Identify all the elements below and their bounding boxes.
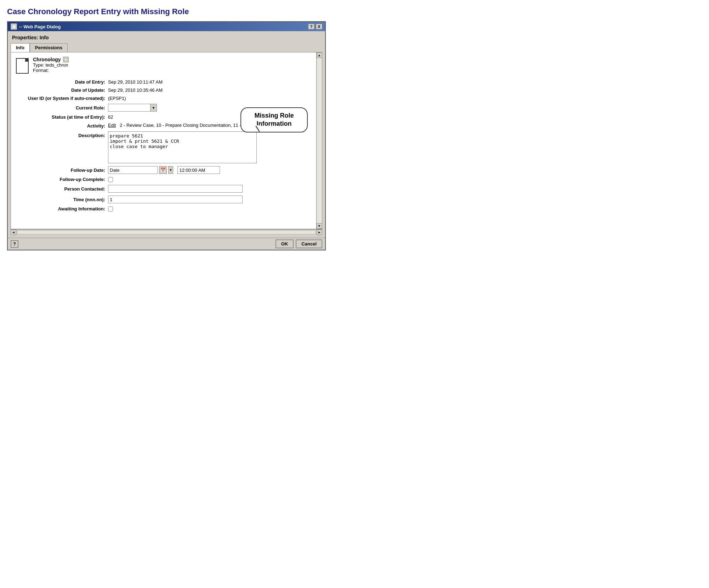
current-role-label: Current Role: bbox=[16, 105, 108, 111]
tab-content: ▲ ▼ Missing Role Information Chronology … bbox=[11, 52, 322, 229]
doc-type: Type: teds_chron bbox=[33, 62, 69, 68]
close-btn[interactable]: X bbox=[316, 24, 322, 29]
description-row: Description: prepare 5621 import & print… bbox=[16, 131, 310, 163]
followup-date-label: Follow-up Date: bbox=[16, 168, 108, 173]
date-of-entry-row: Date of Entry: Sep 29, 2010 10:11:47 AM bbox=[16, 79, 310, 85]
followup-date-row: Follow-up Date: 📅 ▼ bbox=[16, 166, 310, 174]
awaiting-info-row: Awaiting Information: bbox=[16, 206, 310, 211]
h-scroll-left-btn[interactable]: ◄ bbox=[11, 230, 16, 235]
missing-role-callout: Missing Role Information bbox=[240, 107, 308, 132]
user-id-label: User ID (or System if auto-created): bbox=[16, 96, 108, 101]
cancel-button[interactable]: Cancel bbox=[296, 239, 322, 248]
doc-format: Format: bbox=[33, 68, 69, 73]
person-contacted-input[interactable] bbox=[108, 185, 243, 193]
date-of-entry-label: Date of Entry: bbox=[16, 79, 108, 85]
scroll-down-btn[interactable]: ▼ bbox=[317, 223, 322, 229]
current-role-dropdown-btn[interactable]: ▼ bbox=[151, 104, 157, 112]
ok-button[interactable]: OK bbox=[276, 239, 294, 248]
h-scroll-right-btn[interactable]: ► bbox=[317, 230, 322, 235]
doc-header: Chronology 📋 Type: teds_chron Format: bbox=[16, 57, 310, 74]
dialog-title: -- Web Page Dialog bbox=[19, 24, 61, 29]
current-role-dropdown: ▼ bbox=[108, 104, 157, 112]
dialog-titlebar: 🖥 -- Web Page Dialog ? X bbox=[8, 22, 325, 31]
description-textarea[interactable]: prepare 5621 import & print 5621 & CCR c… bbox=[108, 131, 257, 163]
document-icon bbox=[16, 58, 29, 74]
user-id-value: (EPSP1) bbox=[108, 96, 126, 101]
doc-name-icon: 📋 bbox=[63, 57, 69, 62]
date-of-update-row: Date of Update: Sep 29, 2010 10:35:46 AM bbox=[16, 87, 310, 93]
current-role-input[interactable] bbox=[108, 104, 151, 112]
doc-info: Chronology 📋 Type: teds_chron Format: bbox=[33, 57, 69, 73]
time-nnn-label: Time (nnn.nn): bbox=[16, 197, 108, 202]
scrollbar-right: ▲ ▼ bbox=[316, 52, 322, 229]
form-section: Date of Entry: Sep 29, 2010 10:11:47 AM … bbox=[16, 79, 310, 211]
followup-complete-row: Follow-up Complete: bbox=[16, 177, 310, 182]
calendar-dropdown-arrow[interactable]: ▼ bbox=[168, 166, 173, 174]
titlebar-right: ? X bbox=[308, 24, 322, 29]
dialog-footer: ? OK Cancel bbox=[8, 238, 325, 250]
description-label: Description: bbox=[16, 131, 108, 138]
activity-label: Activity: bbox=[16, 123, 108, 129]
followup-complete-checkbox[interactable] bbox=[108, 177, 113, 182]
person-contacted-label: Person Contacted: bbox=[16, 186, 108, 192]
followup-date-input[interactable] bbox=[108, 166, 158, 174]
calendar-btn[interactable]: 📅 bbox=[159, 166, 167, 174]
bottom-scrollbar: ◄ ► bbox=[11, 229, 322, 235]
doc-name: Chronology 📋 bbox=[33, 57, 69, 62]
tabs-row: Info Permissions bbox=[11, 43, 322, 52]
awaiting-info-checkbox[interactable] bbox=[108, 207, 113, 211]
question-btn[interactable]: ? bbox=[308, 24, 314, 29]
scroll-up-btn[interactable]: ▲ bbox=[317, 52, 322, 58]
dialog-body: Properties: Info Info Permissions ▲ ▼ Mi… bbox=[8, 31, 325, 238]
date-of-update-value: Sep 29, 2010 10:35:46 AM bbox=[108, 87, 163, 93]
person-contacted-row: Person Contacted: bbox=[16, 185, 310, 193]
title-icon: 🖥 bbox=[11, 23, 17, 30]
date-of-update-label: Date of Update: bbox=[16, 87, 108, 93]
dialog-window: 🖥 -- Web Page Dialog ? X Properties: Inf… bbox=[7, 21, 326, 250]
tab-permissions[interactable]: Permissions bbox=[30, 43, 68, 52]
titlebar-left: 🖥 -- Web Page Dialog bbox=[11, 23, 61, 30]
date-of-entry-value: Sep 29, 2010 10:11:47 AM bbox=[108, 79, 163, 85]
h-scroll-track bbox=[17, 230, 316, 234]
time-nnn-input[interactable] bbox=[108, 196, 243, 203]
followup-date-container: 📅 ▼ bbox=[108, 166, 220, 174]
status-value: 62 bbox=[108, 114, 113, 120]
followup-complete-label: Follow-up Complete: bbox=[16, 177, 108, 182]
page-title: Case Chronology Report Entry with Missin… bbox=[7, 7, 702, 16]
footer-buttons: OK Cancel bbox=[276, 239, 322, 248]
followup-time-input[interactable] bbox=[177, 166, 220, 174]
activity-edit-link[interactable]: Edit bbox=[108, 123, 116, 128]
tab-info[interactable]: Info bbox=[11, 43, 30, 52]
help-button[interactable]: ? bbox=[11, 240, 18, 248]
user-id-row: User ID (or System if auto-created): (EP… bbox=[16, 96, 310, 101]
scroll-track bbox=[317, 58, 322, 223]
status-label: Status (at time of Entry): bbox=[16, 114, 108, 120]
section-header: Properties: Info bbox=[11, 34, 322, 41]
awaiting-info-label: Awaiting Information: bbox=[16, 206, 108, 211]
time-nnn-row: Time (nnn.nn): bbox=[16, 196, 310, 203]
